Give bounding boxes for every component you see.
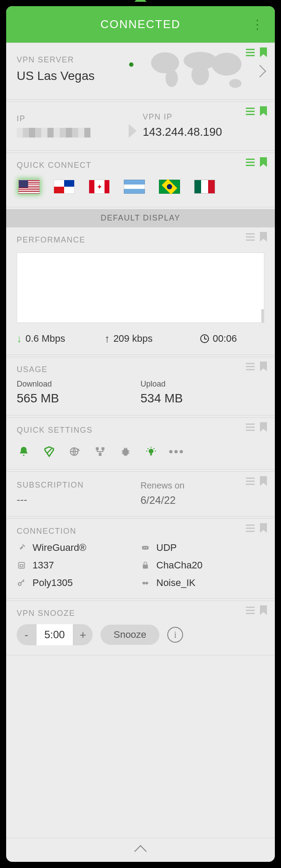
- list-icon[interactable]: [246, 233, 255, 241]
- vpn-server-tile[interactable]: VPN SERVER US Las Vegas: [6, 43, 275, 100]
- flag-pa[interactable]: [54, 180, 75, 194]
- connection-tile: CONNECTION WireGuard® UDP 1337 ChaCha20: [6, 518, 275, 599]
- download-value: 565 MB: [17, 391, 140, 405]
- snooze-button[interactable]: Snooze: [101, 625, 160, 645]
- performance-chart: [17, 253, 264, 323]
- bookmark-icon[interactable]: [260, 523, 267, 533]
- bug-icon[interactable]: [119, 445, 132, 458]
- more-icon[interactable]: •••: [170, 445, 183, 458]
- svg-point-1: [166, 69, 178, 87]
- ip-tile: IP VPN IP 143.244.48.190: [6, 101, 275, 151]
- list-icon[interactable]: [246, 423, 255, 431]
- status-text: CONNECTED: [101, 18, 181, 31]
- list-icon[interactable]: [246, 477, 255, 485]
- bell-icon[interactable]: [18, 445, 30, 458]
- snooze-label: VPN SNOOZE: [17, 609, 264, 618]
- svg-rect-14: [150, 453, 152, 455]
- quick-connect-tile: QUICK CONNECT ✦: [6, 152, 275, 207]
- list-icon[interactable]: [246, 363, 255, 370]
- svg-rect-19: [20, 564, 23, 567]
- connection-handshake: Noise_IK: [156, 577, 195, 589]
- flag-mx[interactable]: [194, 180, 215, 194]
- list-icon[interactable]: [246, 49, 255, 56]
- port-icon: [17, 561, 26, 570]
- handshake-icon: [140, 578, 150, 588]
- flag-ca[interactable]: ✦: [89, 180, 110, 194]
- subscription-label: SUBSCRIPTION: [17, 481, 140, 490]
- svg-point-16: [144, 547, 145, 549]
- bookmark-icon[interactable]: [260, 476, 267, 486]
- download-label: Download: [17, 380, 140, 389]
- bookmark-icon[interactable]: [260, 362, 267, 371]
- svg-point-17: [146, 547, 147, 549]
- flag-ar[interactable]: [124, 180, 145, 194]
- performance-tile: PERFORMANCE ↓ 0.6 Mbps ↑ 209 kbps 00:06: [6, 227, 275, 355]
- lock-icon: [140, 561, 150, 570]
- upload-label: Upload: [140, 380, 264, 389]
- download-speed: 0.6 Mbps: [25, 333, 65, 344]
- plug-icon: [17, 543, 26, 553]
- status-header: CONNECTED ⋮: [6, 6, 275, 43]
- svg-rect-18: [18, 562, 24, 568]
- bookmark-icon[interactable]: [260, 157, 267, 167]
- info-icon[interactable]: i: [167, 627, 183, 643]
- vpn-ip-value: 143.244.48.190: [143, 125, 264, 139]
- bookmark-icon[interactable]: [260, 47, 267, 57]
- bookmark-icon[interactable]: [260, 106, 267, 116]
- arrow-right-icon: [129, 124, 137, 138]
- list-icon[interactable]: [246, 607, 255, 614]
- key-icon: [17, 578, 26, 588]
- network-icon[interactable]: [94, 445, 106, 458]
- renews-date: 6/24/22: [140, 494, 264, 506]
- kebab-menu-icon[interactable]: ⋮: [251, 23, 263, 26]
- flag-br[interactable]: [159, 180, 180, 194]
- bookmark-icon[interactable]: [260, 605, 267, 615]
- lightbulb-icon[interactable]: [145, 445, 157, 458]
- svg-point-5: [229, 79, 241, 88]
- ip-label: IP: [17, 114, 138, 123]
- connection-port: 1337: [32, 560, 54, 571]
- performance-label: PERFORMANCE: [17, 235, 264, 245]
- local-ip-redacted: [17, 128, 138, 137]
- svg-rect-20: [143, 564, 148, 568]
- upload-value: 534 MB: [140, 391, 264, 405]
- svg-point-4: [212, 53, 241, 76]
- svg-rect-15: [142, 546, 149, 550]
- chevron-right-icon[interactable]: [257, 65, 264, 77]
- socket-icon: [140, 543, 150, 553]
- globe-icon[interactable]: [68, 445, 81, 458]
- clock-icon: [200, 334, 209, 343]
- svg-point-0: [151, 52, 179, 73]
- list-icon[interactable]: [246, 524, 255, 532]
- svg-point-13: [149, 449, 154, 454]
- subscription-plan: ---: [17, 493, 140, 506]
- snooze-value[interactable]: 5:00: [36, 624, 73, 645]
- svg-point-21: [18, 582, 22, 586]
- quick-connect-label: QUICK CONNECT: [17, 161, 264, 170]
- connection-cipher: ChaCha20: [156, 560, 202, 571]
- default-display-divider: DEFAULT DISPLAY: [6, 209, 275, 227]
- snooze-decrement[interactable]: -: [17, 628, 36, 642]
- connection-time: 00:06: [213, 333, 237, 344]
- expand-footer[interactable]: [6, 838, 275, 862]
- usage-tile: USAGE Download 565 MB Upload 534 MB: [6, 357, 275, 416]
- usage-label: USAGE: [17, 365, 264, 374]
- svg-rect-11: [99, 453, 102, 456]
- bookmark-icon[interactable]: [260, 422, 267, 432]
- flag-us[interactable]: [18, 180, 40, 194]
- download-arrow-icon: ↓: [17, 333, 22, 345]
- world-map-icon: [148, 47, 249, 96]
- shield-icon[interactable]: [43, 445, 55, 458]
- upload-arrow-icon: ↑: [104, 333, 110, 345]
- svg-point-3: [191, 64, 209, 85]
- list-icon[interactable]: [246, 159, 255, 166]
- bookmark-icon[interactable]: [260, 232, 267, 242]
- list-icon[interactable]: [246, 108, 255, 115]
- quick-settings-label: QUICK SETTINGS: [17, 426, 264, 435]
- svg-rect-10: [101, 447, 104, 450]
- svg-point-12: [123, 448, 129, 456]
- snooze-stepper: - 5:00 +: [17, 624, 93, 645]
- snooze-increment[interactable]: +: [73, 628, 93, 642]
- connection-protocol: WireGuard®: [32, 542, 86, 553]
- subscription-tile: SUBSCRIPTION --- Renews on 6/24/22: [6, 471, 275, 517]
